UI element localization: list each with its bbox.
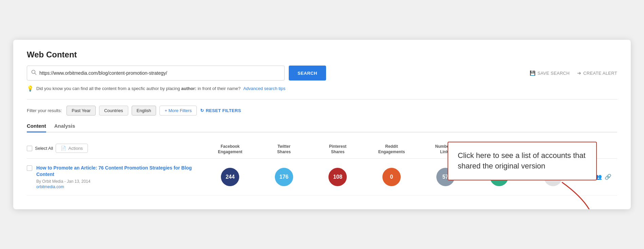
filter-label: Filter your results:	[27, 108, 62, 113]
col-header-facebook: FacebookEngagement	[203, 144, 257, 155]
advanced-search-tips-link[interactable]: Advanced search tips	[243, 86, 285, 91]
filter-english[interactable]: English	[132, 106, 156, 115]
content-domain[interactable]: orbitmedia.com	[36, 184, 203, 189]
more-filters-button[interactable]: + More Filters	[159, 106, 197, 115]
pinterest-circle[interactable]: 108	[328, 168, 347, 186]
content-meta: By Orbit Media - Jan 13, 2014	[36, 179, 203, 184]
search-icon	[31, 70, 37, 76]
content-title-link[interactable]: How to Promote an Article: 76 Content Pr…	[36, 165, 192, 177]
svg-line-1	[35, 73, 36, 75]
reset-icon: ↻	[200, 108, 204, 113]
actions-button[interactable]: 📄 Actions	[56, 144, 88, 153]
create-alert-button[interactable]: ➔ CREATE ALERT	[577, 70, 617, 76]
tooltip-box[interactable]: Click here to see a list of accounts tha…	[448, 142, 597, 180]
tabs-row: Content Analysis	[27, 123, 617, 132]
filter-past-year[interactable]: Past Year	[67, 106, 96, 115]
link-icon[interactable]: 🔗	[605, 174, 611, 180]
save-icon: 💾	[530, 70, 535, 76]
tab-analysis[interactable]: Analysis	[54, 123, 75, 132]
col-header-twitter: TwitterShares	[257, 144, 311, 155]
content-cell: How to Promote an Article: 76 Content Pr…	[27, 165, 203, 189]
search-button[interactable]: SEARCH	[289, 66, 326, 81]
page-title: Web Content	[27, 50, 617, 59]
content-info: How to Promote an Article: 76 Content Pr…	[36, 165, 203, 189]
filter-row: Filter your results: Past Year Countries…	[27, 106, 617, 115]
tab-content[interactable]: Content	[27, 123, 46, 132]
col-header-reddit: RedditEngagements	[365, 144, 419, 155]
search-input[interactable]	[39, 70, 280, 76]
twitter-circle[interactable]: 176	[275, 168, 293, 186]
search-input-wrapper	[27, 66, 285, 81]
tooltip-text: Click here to see a list of accounts tha…	[458, 151, 586, 170]
filter-countries[interactable]: Countries	[99, 106, 128, 115]
save-search-button[interactable]: 💾 SAVE SEARCH	[530, 70, 570, 76]
alert-icon: ➔	[577, 70, 581, 76]
reddit-circle[interactable]: 0	[382, 168, 401, 186]
divider	[27, 99, 617, 100]
metric-facebook: 244	[203, 168, 257, 186]
col-header-pinterest: PinterestShares	[311, 144, 365, 155]
tip-text: Did you know you can find all the conten…	[36, 86, 241, 91]
reset-filters-button[interactable]: ↻ RESET FILTERS	[200, 108, 241, 113]
select-all-checkbox[interactable]	[27, 146, 32, 151]
tip-icon: 💡	[27, 85, 34, 92]
metric-twitter: 176	[257, 168, 311, 186]
metric-reddit: 0	[365, 168, 419, 186]
header-actions: 💾 SAVE SEARCH ➔ CREATE ALERT	[530, 70, 617, 76]
tip-row: 💡 Did you know you can find all the cont…	[27, 85, 617, 92]
select-all-area: Select All 📄 Actions	[27, 144, 203, 153]
facebook-circle[interactable]: 244	[221, 168, 239, 186]
row-checkbox[interactable]	[27, 165, 32, 171]
tooltip-arrow	[559, 179, 600, 209]
actions-icon: 📄	[61, 146, 66, 151]
metric-pinterest: 108	[311, 168, 365, 186]
select-all-label: Select All	[35, 146, 53, 151]
